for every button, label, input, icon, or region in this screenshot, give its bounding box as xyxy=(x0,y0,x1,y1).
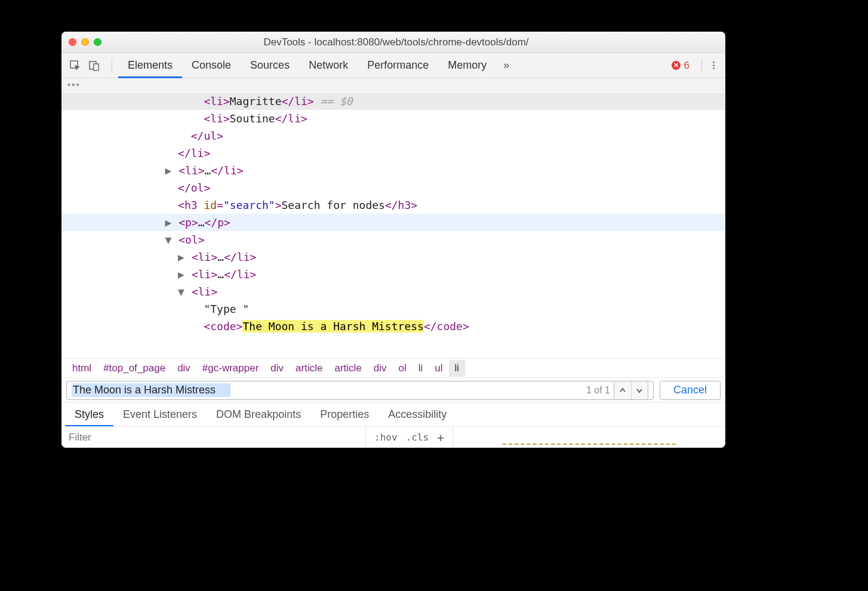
add-rule-icon[interactable]: + xyxy=(437,430,444,445)
separator xyxy=(112,59,112,73)
box-model-preview xyxy=(453,427,725,448)
cls-toggle[interactable]: .cls xyxy=(406,432,429,443)
dom-text: "Type " xyxy=(204,303,249,315)
expand-icon[interactable]: ▶ xyxy=(165,162,172,179)
error-icon: ✕ xyxy=(672,61,681,70)
dom-node[interactable]: </ol> xyxy=(61,179,725,196)
collapse-icon[interactable]: ▼ xyxy=(165,231,172,248)
search-next-icon[interactable] xyxy=(631,381,648,399)
tab-dom-breakpoints[interactable]: DOM Breakpoints xyxy=(207,403,310,427)
tab-network[interactable]: Network xyxy=(299,53,358,78)
breadcrumb: html #top_of_page div #gc-wrapper div ar… xyxy=(61,358,725,377)
crumb-div[interactable]: div xyxy=(264,360,290,377)
crumb-ul[interactable]: ul xyxy=(429,360,448,377)
dom-selection-hint: == $0 xyxy=(314,95,353,107)
styles-toolbar: :hov .cls + xyxy=(61,426,725,448)
dom-node[interactable]: ▼ <li> xyxy=(61,283,725,300)
dom-attr-name: id xyxy=(204,199,217,211)
crumb-li-selected[interactable]: li xyxy=(449,360,466,377)
inspect-icon[interactable] xyxy=(67,58,83,73)
dom-node[interactable]: "Type " xyxy=(61,300,725,318)
dom-text: Magritte xyxy=(230,95,282,107)
crumb-div[interactable]: div xyxy=(368,360,393,377)
collapse-icon[interactable]: ▼ xyxy=(178,283,185,300)
dom-text: Soutine xyxy=(230,112,275,125)
tab-elements[interactable]: Elements xyxy=(118,53,182,78)
dom-node[interactable]: ▼ <ol> xyxy=(61,231,725,248)
tab-memory[interactable]: Memory xyxy=(438,53,496,78)
titlebar: DevTools - localhost:8080/web/tools/chro… xyxy=(61,32,725,53)
dom-node[interactable]: ▶ <li>…</li> xyxy=(61,248,725,266)
tab-accessibility[interactable]: Accessibility xyxy=(378,403,456,427)
zoom-icon[interactable] xyxy=(94,38,101,46)
dom-search-match: The Moon is a Harsh Mistress xyxy=(242,320,423,333)
panel-tabs: Elements Console Sources Network Perform… xyxy=(118,53,496,78)
dom-node[interactable]: </li> xyxy=(61,144,725,162)
expand-icon[interactable]: ▶ xyxy=(165,214,172,231)
separator xyxy=(701,59,702,73)
device-toggle-icon[interactable] xyxy=(87,58,102,73)
style-toggles: :hov .cls + xyxy=(366,427,453,448)
margin-dashed-icon xyxy=(503,444,676,447)
tab-event-listeners[interactable]: Event Listeners xyxy=(113,403,207,427)
dom-node[interactable]: ▶ <li>…</li> xyxy=(61,266,725,283)
dom-node[interactable]: </ul> xyxy=(61,127,725,144)
dom-node[interactable]: <h3 id="search">Search for nodes</h3> xyxy=(61,196,725,214)
close-icon[interactable] xyxy=(69,38,76,46)
expand-icon[interactable]: ▶ xyxy=(178,248,185,266)
devtools-window: DevTools - localhost:8080/web/tools/chro… xyxy=(61,32,725,448)
more-tabs-icon[interactable]: » xyxy=(496,59,516,72)
error-badge[interactable]: ✕ 6 xyxy=(666,60,695,72)
dom-tree[interactable]: <li>Magritte</li> == $0 <li>Soutine</li>… xyxy=(61,91,725,358)
search-input-wrapper: 1 of 1 xyxy=(66,381,654,400)
search-prev-icon[interactable] xyxy=(614,381,631,399)
tab-performance[interactable]: Performance xyxy=(358,53,438,78)
dom-node[interactable]: <code>The Moon is a Harsh Mistress</code… xyxy=(61,318,725,335)
styles-filter-input[interactable] xyxy=(67,431,359,444)
styles-tabs: Styles Event Listeners DOM Breakpoints P… xyxy=(61,402,725,426)
dom-overflow-strip: ••• xyxy=(61,78,725,91)
search-bar: 1 of 1 Cancel xyxy=(61,377,725,402)
dom-text: Search for nodes xyxy=(282,199,385,211)
crumb-div[interactable]: div xyxy=(171,360,196,377)
crumb-gc-wrapper[interactable]: #gc-wrapper xyxy=(196,360,265,377)
crumb-ol[interactable]: ol xyxy=(393,360,413,377)
tab-console[interactable]: Console xyxy=(182,53,241,78)
window-title: DevTools - localhost:8080/web/tools/chro… xyxy=(110,36,718,48)
dom-node[interactable]: ▶ <p>…</p> xyxy=(61,214,725,231)
minimize-icon[interactable] xyxy=(81,38,89,46)
dom-node[interactable]: <li>Soutine</li> xyxy=(61,110,725,127)
search-nav xyxy=(614,381,648,400)
expand-icon[interactable]: ▶ xyxy=(178,266,185,283)
crumb-article[interactable]: article xyxy=(328,360,367,377)
dom-attr-value: "search" xyxy=(223,199,275,211)
window-controls xyxy=(69,38,101,46)
dom-node[interactable]: ▶ <li>…</li> xyxy=(61,162,725,179)
hov-toggle[interactable]: :hov xyxy=(374,432,398,443)
crumb-article[interactable]: article xyxy=(290,360,328,377)
search-input[interactable] xyxy=(72,383,586,397)
settings-menu-icon[interactable] xyxy=(708,53,719,78)
crumb-top-of-page[interactable]: #top_of_page xyxy=(97,360,171,377)
crumb-li[interactable]: li xyxy=(413,360,429,377)
crumb-html[interactable]: html xyxy=(66,360,97,377)
search-counts: 1 of 1 xyxy=(586,385,614,396)
error-count: 6 xyxy=(684,60,690,72)
tab-sources[interactable]: Sources xyxy=(241,53,299,78)
tab-properties[interactable]: Properties xyxy=(310,403,378,427)
svg-rect-2 xyxy=(94,64,99,70)
dom-node-selected[interactable]: <li>Magritte</li> == $0 xyxy=(61,93,725,110)
cancel-button[interactable]: Cancel xyxy=(660,381,721,400)
main-toolbar: Elements Console Sources Network Perform… xyxy=(61,53,725,78)
styles-filter-wrapper xyxy=(61,427,366,448)
tab-styles[interactable]: Styles xyxy=(65,403,113,427)
